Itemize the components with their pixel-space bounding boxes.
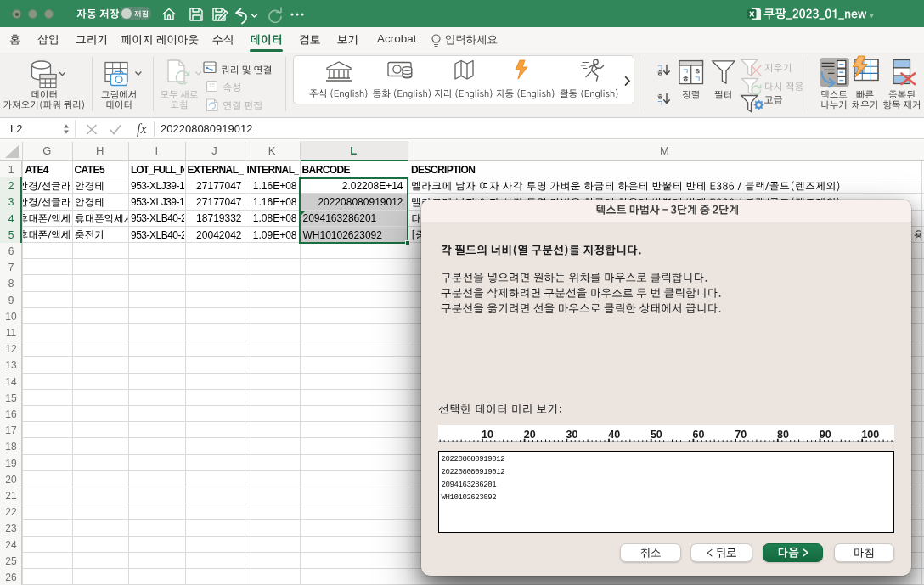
svg-text:30: 30	[566, 429, 578, 441]
svg-text:70: 70	[735, 429, 747, 441]
svg-text:80: 80	[777, 429, 789, 441]
svg-text:10: 10	[482, 429, 493, 441]
svg-text:40: 40	[608, 429, 620, 441]
svg-text:20: 20	[524, 429, 536, 441]
svg-text:60: 60	[693, 429, 705, 441]
svg-text:100: 100	[861, 429, 879, 441]
svg-text:90: 90	[820, 429, 831, 441]
svg-text:50: 50	[651, 429, 662, 441]
